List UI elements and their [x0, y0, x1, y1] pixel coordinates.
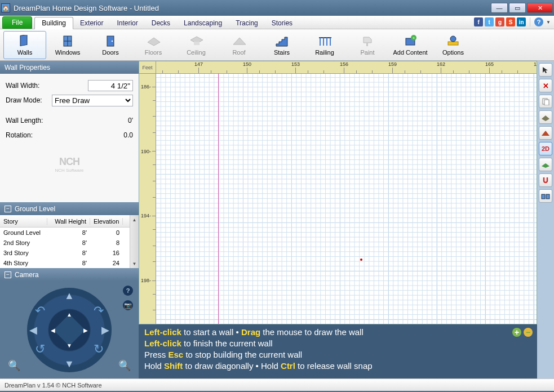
facebook-icon[interactable]: f [474, 17, 483, 26]
canvas-area: Feet 14414715015315615916216516817117417… [139, 61, 537, 378]
measure-tool[interactable] [539, 189, 552, 203]
tool-ceiling[interactable]: Ceiling [175, 31, 218, 59]
tool-railing[interactable]: Railing [303, 31, 346, 59]
collapse-icon[interactable]: − [5, 206, 11, 212]
rotation-value: 0.0 [88, 131, 133, 139]
zoom-in-icon[interactable]: 🔍 [118, 359, 131, 372]
2d-view-tool[interactable]: 2D [539, 142, 552, 155]
scroll-up-icon[interactable]: ▲ [130, 215, 139, 224]
help-icon[interactable]: ? [534, 17, 543, 26]
svg-rect-28 [546, 194, 549, 199]
nch-logo: NCHNCH Software [6, 156, 133, 173]
copy-tool[interactable] [539, 95, 552, 108]
roof-view-tool[interactable] [539, 126, 552, 140]
wall-width-input[interactable] [88, 80, 133, 91]
levels-panel: Story Wall Height Elevation Ground Level… [0, 215, 139, 268]
svg-marker-25 [542, 131, 549, 136]
wall-properties-panel: Wall Width: Draw Mode: Free Draw Wall Le… [0, 74, 139, 202]
panel-header-camera[interactable]: − Camera [0, 268, 139, 281]
camera-navwheel[interactable]: ▲ ▼ ◀ ▶ ↶ ↷ ↺ ↻ ▲ ▼ ◀ ▶ [27, 288, 112, 372]
windows-icon [61, 34, 74, 48]
tab-decks[interactable]: Decks [145, 17, 177, 29]
tab-interior[interactable]: Interior [110, 17, 144, 29]
pan-left-icon[interactable]: ◀ [29, 324, 37, 336]
pointer-tool[interactable] [539, 63, 552, 77]
file-menu[interactable]: File [2, 16, 32, 29]
twitter-icon[interactable]: t [485, 17, 494, 26]
ribbon-toolbar: Walls Windows Doors Floors Ceiling Roof … [0, 29, 554, 61]
rotate-cw-icon[interactable]: ↻ [94, 342, 104, 357]
hint-expand-icon[interactable]: + [512, 328, 521, 337]
walls-icon [18, 34, 32, 48]
tool-label: Windows [55, 49, 81, 56]
tab-stories[interactable]: Stories [265, 17, 299, 29]
separator [530, 17, 530, 26]
tool-label: Stairs [274, 49, 290, 56]
pan-up-icon[interactable]: ▲ [64, 290, 74, 302]
zoom-out-icon[interactable]: 🔍 [8, 359, 20, 372]
stumble-icon[interactable]: S [506, 17, 515, 26]
tab-tracing[interactable]: Tracing [229, 17, 265, 29]
minimize-button[interactable]: — [491, 3, 508, 13]
wall-view-tool[interactable] [539, 110, 552, 124]
app-icon: 🏠 [1, 3, 10, 12]
terrain-tool[interactable] [539, 158, 552, 171]
col-wallheight[interactable]: Wall Height [47, 218, 90, 225]
level-row[interactable]: 3rd Story8'16 [0, 248, 130, 258]
level-row[interactable]: 4th Story8'24 [0, 258, 130, 268]
rotate-ccw-icon[interactable]: ↺ [35, 342, 45, 357]
title-bar: 🏠 DreamPlan Home Design Software - Untit… [0, 0, 554, 16]
collapse-icon[interactable]: − [5, 271, 11, 278]
tab-building[interactable]: Building [34, 17, 73, 29]
pan-right-icon[interactable]: ▶ [101, 324, 109, 336]
level-row[interactable]: Ground Level8'0 [0, 228, 130, 238]
linkedin-icon[interactable]: in [517, 17, 526, 26]
scroll-down-icon[interactable]: ▼ [130, 259, 139, 268]
tool-label: Paint [360, 49, 374, 56]
design-canvas[interactable]: Feet 14414715015315615916216516817117417… [139, 61, 537, 324]
tool-floors[interactable]: Floors [132, 31, 175, 59]
svg-marker-26 [542, 163, 549, 168]
help-dropdown-icon[interactable]: ▼ [546, 20, 551, 25]
snap-tool[interactable] [539, 173, 552, 187]
camera-help-icon[interactable]: ? [123, 286, 133, 296]
ruler-unit-label: Feet [139, 61, 156, 74]
tool-roof[interactable]: Roof [218, 31, 260, 59]
tool-stairs[interactable]: Stairs [260, 31, 303, 59]
maximize-button[interactable]: ▭ [509, 3, 526, 13]
draw-mode-select[interactable]: Free Draw [52, 95, 133, 106]
floors-icon [147, 34, 160, 48]
tool-label: Options [442, 49, 464, 56]
rotate-ccw-icon[interactable]: ↶ [35, 304, 45, 318]
svg-marker-7 [148, 38, 160, 46]
tool-walls[interactable]: Walls [3, 31, 46, 59]
level-row[interactable]: 2nd Story8'8 [0, 238, 130, 248]
col-elevation[interactable]: Elevation [90, 218, 123, 225]
rotate-cw-icon[interactable]: ↷ [94, 304, 104, 318]
tool-windows[interactable]: Windows [46, 31, 89, 59]
tab-exterior[interactable]: Exterior [73, 17, 110, 29]
status-text: DreamPlan v 1.54 © NCH Software [5, 382, 102, 389]
hint-collapse-icon[interactable]: − [524, 328, 533, 337]
panel-header-levels[interactable]: − Ground Level [0, 202, 139, 215]
pan-down-icon[interactable]: ▼ [64, 358, 74, 370]
tool-options[interactable]: Options [432, 31, 475, 59]
svg-rect-16 [366, 43, 368, 46]
googleplus-icon[interactable]: g [495, 17, 504, 26]
tool-add-content[interactable]: + Add Content [389, 31, 432, 59]
tool-doors[interactable]: Doors [89, 31, 132, 59]
doors-icon [104, 34, 117, 48]
col-story[interactable]: Story [0, 218, 47, 225]
roof-icon [232, 34, 246, 48]
close-button[interactable]: ✕ [527, 3, 553, 13]
camera-snapshot-icon[interactable]: 📷 [123, 300, 133, 310]
tool-paint[interactable]: Paint [346, 31, 389, 59]
levels-scrollbar[interactable]: ▲ ▼ [130, 215, 139, 268]
guideline [218, 74, 219, 324]
delete-tool[interactable]: ✕ [539, 79, 552, 92]
tab-landscaping[interactable]: Landscaping [177, 17, 229, 29]
ceiling-icon [189, 34, 203, 48]
railing-icon [318, 34, 331, 48]
left-sidebar: Wall Properties Wall Width: Draw Mode: F… [0, 61, 139, 378]
tool-label: Ceiling [187, 49, 206, 56]
